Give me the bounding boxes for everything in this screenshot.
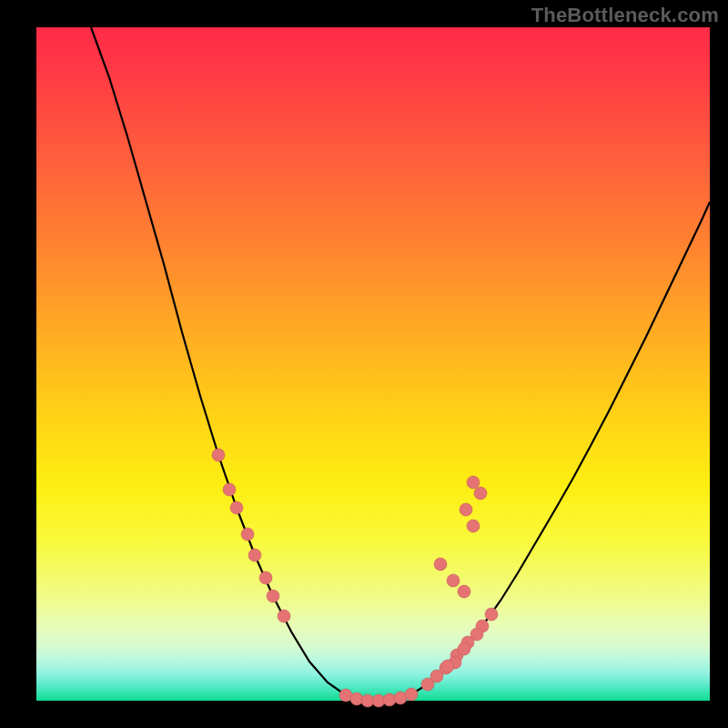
marker-left_arm	[259, 571, 272, 584]
marker-left_arm	[223, 483, 236, 496]
bottleneck-curve	[36, 27, 710, 701]
marker-right_arm	[474, 487, 487, 500]
curve-path	[91, 27, 710, 701]
plot-area	[36, 27, 710, 701]
marker-right_arm	[441, 660, 454, 672]
marker-left_arm	[212, 449, 225, 461]
marker-right_arm	[458, 585, 470, 598]
watermark-text: TheBottleneck.com	[531, 4, 719, 27]
data-markers	[212, 449, 498, 707]
marker-right_arm	[470, 628, 483, 641]
marker-right_arm	[460, 503, 472, 516]
marker-trough	[350, 693, 363, 705]
marker-right_arm	[434, 558, 447, 571]
marker-right_arm	[467, 476, 480, 489]
marker-right_arm	[458, 642, 470, 655]
marker-left_arm	[241, 528, 254, 541]
marker-right_arm	[485, 608, 498, 621]
marker-trough	[405, 688, 418, 701]
marker-left_arm	[278, 610, 290, 622]
marker-right_arm	[467, 520, 480, 532]
marker-right_arm	[447, 574, 460, 587]
chart-frame: TheBottleneck.com	[0, 0, 728, 728]
marker-left_arm	[230, 501, 243, 514]
marker-trough	[383, 693, 396, 706]
marker-left_arm	[248, 549, 261, 561]
marker-left_arm	[267, 590, 279, 602]
